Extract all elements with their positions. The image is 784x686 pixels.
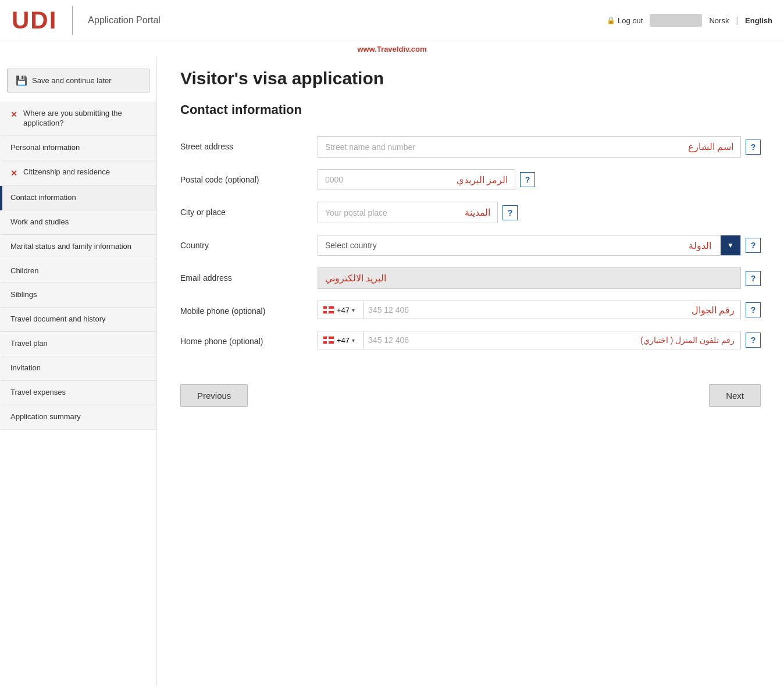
error-icon-citizenship: ✕: [10, 168, 19, 178]
mobile-phone-row: Mobile phone (optional) +47 ▾ رقم الجوال…: [180, 301, 761, 319]
country-label: Country: [180, 235, 308, 250]
watermark: www.Traveldiv.com: [0, 41, 784, 57]
section-title: Contact information: [180, 102, 761, 122]
email-arabic-value: البريد الالكتروني: [325, 273, 386, 284]
sidebar-item-where[interactable]: ✕ Where are you submitting the applicati…: [0, 102, 156, 136]
sidebar-item-personal[interactable]: Personal information: [0, 136, 156, 160]
street-address-input-group: Street name and number اسم الشارع ?: [318, 136, 761, 158]
sidebar-label-citizenship: Citizenship and residence: [23, 167, 148, 177]
sidebar-item-marital[interactable]: Marital status and family information: [0, 235, 156, 259]
street-address-row: Street address Street name and number اس…: [180, 136, 761, 158]
email-input-group: البريد الالكتروني ?: [318, 267, 761, 289]
home-phone-row: Home phone (optional) +47 ▾ رقم تلفون ال…: [180, 331, 761, 349]
mobile-phone-wrapper: +47 ▾ رقم الجوال: [318, 301, 741, 319]
page-layout: 💾 Save and continue later ✕ Where are yo…: [0, 57, 784, 686]
next-button[interactable]: Next: [709, 384, 761, 407]
sidebar-item-invitation[interactable]: Invitation: [0, 356, 156, 381]
sidebar-item-travel-doc[interactable]: Travel document and history: [0, 308, 156, 332]
save-continue-button[interactable]: 💾 Save and continue later: [7, 69, 149, 92]
sidebar-item-summary[interactable]: Application summary: [0, 405, 156, 430]
postal-placeholder: 0000: [325, 175, 343, 184]
street-help-button[interactable]: ?: [746, 140, 761, 155]
sidebar-item-travel-expenses[interactable]: Travel expenses: [0, 381, 156, 405]
sidebar-item-work[interactable]: Work and studies: [0, 210, 156, 235]
phone-dropdown-arrow: ▾: [352, 307, 358, 313]
logout-link[interactable]: 🔒 Log out: [607, 16, 643, 25]
email-label: Email address: [180, 267, 308, 283]
home-phone-label: Home phone (optional): [180, 331, 308, 346]
sidebar-label-marital: Marital status and family information: [10, 242, 148, 252]
country-input-wrapper[interactable]: Select country الدولة ▼: [318, 235, 741, 256]
lock-icon: 🔒: [607, 16, 615, 24]
sidebar-label-travel-plan: Travel plan: [10, 339, 148, 349]
city-input-wrapper: Your postal place المدينة: [318, 202, 498, 223]
home-country-code: +47: [337, 336, 350, 345]
sidebar-label-where: Where are you submitting the application…: [23, 109, 148, 128]
country-placeholder: Select country: [318, 236, 384, 255]
email-input[interactable]: البريد الالكتروني: [318, 267, 741, 289]
lang-divider: |: [736, 16, 738, 25]
mobile-help-button[interactable]: ?: [746, 302, 761, 317]
country-row: Country Select country الدولة ▼ ?: [180, 235, 761, 256]
mobile-phone-input[interactable]: [364, 301, 685, 319]
main-content: Visitor's visa application Contact infor…: [157, 57, 784, 686]
street-address-label: Street address: [180, 136, 308, 151]
lang-norsk-link[interactable]: Norsk: [709, 16, 729, 25]
country-help-button[interactable]: ?: [746, 238, 761, 253]
mobile-phone-label: Mobile phone (optional): [180, 301, 308, 316]
logo-divider: [72, 6, 73, 35]
sidebar-item-children[interactable]: Children: [0, 259, 156, 284]
city-help-button[interactable]: ?: [503, 205, 518, 220]
postal-help-button[interactable]: ?: [520, 172, 535, 187]
sidebar-label-personal: Personal information: [10, 143, 148, 153]
postal-code-label: Postal code (optional): [180, 169, 308, 184]
sidebar-item-contact[interactable]: Contact information: [0, 186, 156, 210]
postal-code-row: Postal code (optional) 0000 الرمز البريد…: [180, 169, 761, 190]
mobile-arabic-value: رقم الجوال: [686, 305, 740, 316]
save-btn-label: Save and continue later: [32, 76, 112, 85]
city-placeholder: Your postal place: [325, 208, 387, 217]
postal-input-wrapper: 0000 الرمز البريدي: [318, 169, 515, 190]
city-label: City or place: [180, 202, 308, 217]
country-dropdown-button[interactable]: ▼: [721, 235, 740, 255]
sidebar-label-travel-expenses: Travel expenses: [10, 388, 148, 398]
mobile-country-code: +47: [337, 306, 350, 315]
sidebar-label-travel-doc: Travel document and history: [10, 315, 148, 324]
home-arabic-value: رقم تلفون المنزل ( اختياري): [635, 335, 740, 345]
home-phone-flag-button[interactable]: +47 ▾: [318, 332, 364, 349]
country-input-group: Select country الدولة ▼ ?: [318, 235, 761, 256]
sidebar-item-travel-plan[interactable]: Travel plan: [0, 332, 156, 356]
street-placeholder: Street name and number: [325, 142, 415, 152]
error-icon-where: ✕: [10, 109, 19, 120]
home-phone-input-group: +47 ▾ رقم تلفون المنزل ( اختياري) ?: [318, 331, 761, 349]
home-help-button[interactable]: ?: [746, 333, 761, 348]
logout-label: Log out: [618, 16, 643, 25]
header-left: UDI Application Portal: [12, 6, 161, 35]
email-row: Email address البريد الالكتروني ?: [180, 267, 761, 289]
user-avatar: [650, 14, 702, 27]
email-help-button[interactable]: ?: [746, 271, 761, 286]
app-portal-title: Application Portal: [88, 15, 161, 26]
header: UDI Application Portal 🔒 Log out Norsk |…: [0, 0, 784, 41]
mobile-phone-input-group: +47 ▾ رقم الجوال ?: [318, 301, 761, 319]
header-right: 🔒 Log out Norsk | English: [607, 14, 772, 27]
home-phone-dropdown-arrow: ▾: [352, 337, 358, 344]
nav-buttons: Previous Next: [180, 373, 761, 407]
postal-code-input-group: 0000 الرمز البريدي ?: [318, 169, 761, 190]
sidebar: 💾 Save and continue later ✕ Where are yo…: [0, 57, 157, 686]
sidebar-label-invitation: Invitation: [10, 363, 148, 373]
home-phone-input[interactable]: [364, 331, 635, 349]
city-input-group: Your postal place المدينة ?: [318, 202, 761, 223]
sidebar-label-contact: Contact information: [10, 193, 148, 203]
sidebar-item-siblings[interactable]: Siblings: [0, 283, 156, 308]
postal-arabic-value: الرمز البريدي: [457, 174, 508, 185]
sidebar-label-children: Children: [10, 266, 148, 276]
norway-flag-icon: [323, 306, 334, 314]
mobile-phone-flag-button[interactable]: +47 ▾: [318, 302, 364, 319]
page-title: Visitor's visa application: [180, 69, 761, 88]
street-input-wrapper: Street name and number اسم الشارع: [318, 136, 741, 158]
lang-english-label: English: [745, 16, 772, 25]
sidebar-item-citizenship[interactable]: ✕ Citizenship and residence: [0, 160, 156, 186]
sidebar-label-summary: Application summary: [10, 412, 148, 422]
previous-button[interactable]: Previous: [180, 384, 248, 407]
